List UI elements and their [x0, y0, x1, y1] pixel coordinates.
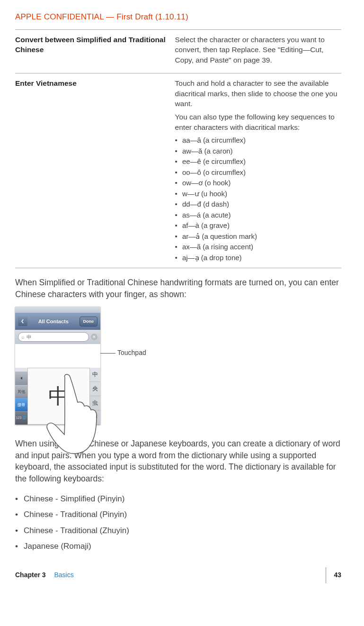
candidate[interactable]: 央	[90, 382, 100, 396]
arrow-left-icon	[18, 376, 24, 381]
globe-icon: 🌐	[22, 416, 27, 420]
callout: Touchpad	[98, 348, 146, 358]
search-input[interactable]: ⌕ 申	[18, 332, 89, 342]
confidential-banner: APPLE CONFIDENTIAL — First Draft (1.10.1…	[15, 11, 341, 23]
list-item: aw—ă (a caron)	[175, 146, 341, 157]
key-search[interactable]: 搜尋	[15, 398, 27, 411]
search-bar: ⌕ 申 ✕	[15, 330, 100, 344]
row-heading: Enter Vietnamese	[15, 78, 175, 263]
list-item: ar—ả (a question mark)	[175, 231, 341, 242]
callout-leader-line	[98, 353, 115, 354]
footer-divider	[326, 567, 326, 583]
list-item: ax—ã (a rising accent)	[175, 242, 341, 253]
body-paragraph: When using certain Chinese or Japanese k…	[15, 438, 341, 484]
list-item: af—à (a grave)	[175, 220, 341, 231]
handwritten-character: 中	[48, 382, 69, 411]
back-button[interactable]	[18, 317, 27, 326]
list-item: Japanese (Romaji)	[15, 538, 341, 554]
row-heading: Convert between Simplified and Tradition…	[15, 35, 175, 68]
list-item: oo—ô (o circumflex)	[175, 167, 341, 178]
chapter-label: Chapter 3	[15, 571, 46, 579]
row-body: Select the character or characters you w…	[175, 35, 341, 68]
keyboard-block: 其他 搜尋 123 🌐 中 中 央 虫 申	[15, 368, 100, 425]
page-footer: Chapter 3 Basics 43	[15, 567, 341, 583]
candidate[interactable]: 申	[90, 410, 100, 425]
list-item: Chinese - Traditional (Zhuyin)	[15, 523, 341, 538]
clear-icon[interactable]: ✕	[91, 334, 98, 340]
vietnamese-sequence-list: aa—â (a circumflex) aw—ă (a caron) ee—ê …	[175, 135, 341, 263]
results-area	[15, 344, 100, 368]
list-item: as—á (a acute)	[175, 210, 341, 221]
row-paragraph: Touch and hold a character to see the av…	[175, 78, 341, 109]
handwriting-figure: All Contacts Done ⌕ 申 ✕ 其他 搜尋	[15, 307, 341, 425]
row-body: Touch and hold a character to see the av…	[175, 78, 341, 263]
table-row: Enter Vietnamese Touch and hold a charac…	[15, 73, 341, 268]
footer-left: Chapter 3 Basics	[15, 571, 74, 580]
candidate[interactable]: 中	[90, 368, 100, 382]
row-paragraph: You can also type the following key sequ…	[175, 112, 341, 132]
footer-right: 43	[318, 567, 341, 583]
nav-bar: All Contacts Done	[15, 313, 100, 330]
list-item: Chinese - Simplified (Pinyin)	[15, 491, 341, 507]
keyboard-list: Chinese - Simplified (Pinyin) Chinese - …	[15, 491, 341, 554]
list-item: Chinese - Traditional (Pinyin)	[15, 507, 341, 522]
key-other[interactable]: 其他	[15, 385, 27, 398]
keyboard-left-column: 其他 搜尋 123 🌐	[15, 368, 27, 425]
chapter-title: Basics	[54, 571, 73, 579]
handwriting-touchpad[interactable]: 中	[27, 368, 90, 425]
list-item: ee—ê (e circumflex)	[175, 156, 341, 167]
key-123-globe[interactable]: 123 🌐	[15, 411, 27, 425]
candidate-column: 中 央 虫 申	[90, 368, 100, 425]
done-button[interactable]: Done	[80, 317, 98, 327]
candidate[interactable]: 虫	[90, 396, 100, 410]
body-paragraph: When Simplified or Traditional Chinese h…	[15, 277, 341, 300]
nav-title: All Contacts	[38, 318, 69, 325]
chevron-left-icon	[20, 319, 25, 324]
row-paragraph: Select the character or characters you w…	[175, 35, 341, 65]
key-123-label: 123	[16, 416, 22, 420]
page-number: 43	[334, 571, 341, 580]
table-row: Convert between Simplified and Tradition…	[15, 30, 341, 73]
list-item: w—ư (u hook)	[175, 189, 341, 200]
phone-screenshot: All Contacts Done ⌕ 申 ✕ 其他 搜尋	[15, 307, 100, 425]
arrow-key[interactable]	[15, 372, 27, 385]
status-bar	[15, 307, 100, 313]
list-item: ow—ơ (o hook)	[175, 178, 341, 189]
list-item: aa—â (a circumflex)	[175, 135, 341, 146]
search-icon: ⌕	[21, 334, 25, 341]
search-value: 申	[27, 334, 32, 341]
list-item: dd—đ (d dash)	[175, 199, 341, 210]
callout-label: Touchpad	[117, 348, 146, 358]
list-item: aj—ạ (a drop tone)	[175, 253, 341, 263]
